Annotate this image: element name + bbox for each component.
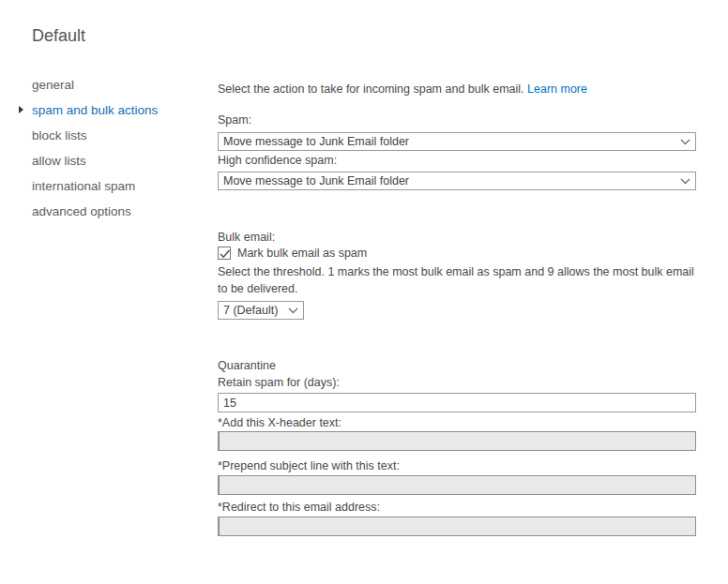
spam-label: Spam: bbox=[218, 113, 251, 127]
chevron-down-icon bbox=[680, 139, 690, 145]
high-confidence-spam-select[interactable]: Move message to Junk Email folder bbox=[218, 172, 696, 190]
learn-more-link[interactable]: Learn more bbox=[527, 82, 587, 96]
intro-sentence: Select the action to take for incoming s… bbox=[218, 82, 524, 96]
checkbox-label: Mark bulk email as spam bbox=[237, 247, 367, 260]
sidebar-item-label: allow lists bbox=[32, 154, 86, 168]
high-confidence-spam-label: High confidence spam: bbox=[218, 154, 337, 167]
settings-nav: general spam and bulk actions block list… bbox=[19, 72, 206, 224]
retain-days-input[interactable] bbox=[218, 393, 696, 412]
prepend-subject-label: *Prepend subject line with this text: bbox=[218, 459, 400, 472]
bulk-threshold-select[interactable]: 7 (Default) bbox=[218, 301, 304, 320]
sidebar-item-label: spam and bulk actions bbox=[32, 103, 158, 117]
sidebar-item-advanced-options[interactable]: advanced options bbox=[19, 199, 206, 224]
sidebar-item-spam-and-bulk-actions[interactable]: spam and bulk actions bbox=[19, 97, 206, 123]
sidebar-item-label: international spam bbox=[32, 179, 135, 193]
x-header-label: *Add this X-header text: bbox=[218, 416, 341, 429]
intro-text: Select the action to take for incoming s… bbox=[218, 82, 705, 96]
bulk-email-label: Bulk email: bbox=[218, 231, 275, 244]
prepend-subject-input bbox=[218, 475, 696, 495]
sidebar-item-general[interactable]: general bbox=[19, 72, 206, 97]
spam-action-selected-value: Move message to Junk Email folder bbox=[223, 135, 409, 148]
spam-filter-settings-pane: Default general spam and bulk actions bl… bbox=[0, 0, 728, 584]
threshold-description: Select the threshold. 1 marks the most b… bbox=[218, 263, 704, 297]
sidebar-item-label: general bbox=[32, 78, 74, 92]
chevron-down-icon bbox=[680, 178, 690, 185]
sidebar-item-block-lists[interactable]: block lists bbox=[19, 123, 206, 148]
x-header-input bbox=[218, 431, 696, 451]
bulk-threshold-selected-value: 7 (Default) bbox=[223, 304, 278, 317]
spam-action-select[interactable]: Move message to Junk Email folder bbox=[218, 132, 696, 151]
high-confidence-spam-selected-value: Move message to Junk Email folder bbox=[223, 174, 409, 187]
redirect-email-label: *Redirect to this email address: bbox=[218, 501, 380, 514]
chevron-down-icon bbox=[288, 307, 298, 314]
sidebar-item-allow-lists[interactable]: allow lists bbox=[19, 148, 206, 173]
mark-bulk-email-as-spam-checkbox[interactable]: Mark bulk email as spam bbox=[218, 247, 367, 260]
retain-days-label: Retain spam for (days): bbox=[218, 376, 340, 389]
page-title: Default bbox=[32, 26, 85, 46]
sidebar-item-label: advanced options bbox=[32, 204, 131, 218]
checkbox-checked-icon bbox=[218, 247, 231, 260]
redirect-email-input bbox=[218, 517, 696, 536]
sidebar-item-label: block lists bbox=[32, 128, 87, 142]
sidebar-item-international-spam[interactable]: international spam bbox=[19, 173, 206, 199]
selected-triangle-icon bbox=[19, 106, 23, 113]
quarantine-section-label: Quarantine bbox=[218, 359, 276, 372]
